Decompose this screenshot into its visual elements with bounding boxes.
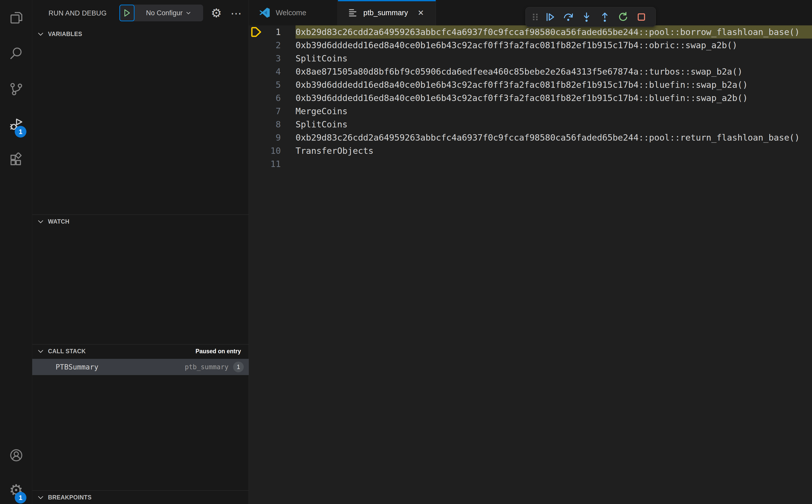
breakpoint-gutter[interactable] xyxy=(249,52,263,65)
breakpoint-gutter[interactable] xyxy=(249,131,263,144)
start-debug-button[interactable] xyxy=(119,5,135,21)
settings-badge: 1 xyxy=(15,492,26,503)
sidebar-item-extensions[interactable] xyxy=(0,145,32,175)
line-number: 2 xyxy=(263,39,281,52)
gutter-gap xyxy=(281,118,295,131)
close-icon[interactable]: ✕ xyxy=(418,8,424,17)
chevron-down-icon xyxy=(36,493,45,502)
config-dropdown-value: No Configur xyxy=(146,9,182,17)
line-text xyxy=(295,157,812,171)
gutter-gap xyxy=(281,144,295,157)
run-and-debug-sidebar: RUN AND DEBUG No Configur ⚙ ⋯ xyxy=(32,0,249,504)
editor-line[interactable]: 50xb39d6dddedd16ed8a40ce0b1e6b43c92acf0f… xyxy=(249,78,812,91)
chevron-down-icon xyxy=(36,30,45,38)
breakpoint-gutter[interactable] xyxy=(249,91,263,105)
line-text: SplitCoins xyxy=(295,52,812,65)
step-out-button[interactable] xyxy=(596,7,614,27)
editor-line[interactable]: 40x8ae871505a80d8bf6bf9c05906cda6edfeea4… xyxy=(249,65,812,78)
gutter-gap xyxy=(281,39,295,52)
editor-line[interactable]: 20xb39d6dddedd16ed8a40ce0b1e6b43c92acf0f… xyxy=(249,39,812,52)
editor-line[interactable]: 8SplitCoins xyxy=(249,118,812,131)
debug-toolbar xyxy=(525,7,656,27)
tab-ptb-summary[interactable]: ptb_summary ✕ xyxy=(338,0,436,25)
files-icon xyxy=(9,10,24,25)
editor-line[interactable]: 10TransferObjects xyxy=(249,144,812,157)
gutter-gap xyxy=(281,65,295,78)
sidebar-item-search[interactable] xyxy=(0,38,32,69)
code-editor: 10xb29d83c26cdd2a64959263abbcfc4a6937f0c… xyxy=(249,25,812,504)
breakpoints-section-header[interactable]: BREAKPOINTS xyxy=(32,491,248,504)
drag-dots-icon xyxy=(530,11,541,23)
breakpoint-gutter[interactable] xyxy=(249,105,263,118)
editor-area: Welcome ptb_summary ✕ 10xb29d83c26cdd2a6… xyxy=(249,0,812,504)
line-number: 7 xyxy=(263,105,281,118)
line-text: MergeCoins xyxy=(295,105,812,118)
file-lines-icon xyxy=(347,7,358,18)
frame-source: ptb_summary xyxy=(185,363,228,371)
gutter-gap xyxy=(281,105,295,118)
breakpoint-gutter[interactable] xyxy=(249,157,263,171)
line-number: 8 xyxy=(263,118,281,131)
activity-bar: 1 ⚙ 1 xyxy=(0,0,32,504)
chevron-down-icon xyxy=(36,347,45,356)
watch-section-header[interactable]: WATCH xyxy=(32,215,248,228)
breakpoint-gutter[interactable] xyxy=(249,78,263,91)
chevron-down-icon xyxy=(36,217,45,226)
more-actions-button[interactable]: ⋯ xyxy=(227,0,245,26)
variables-section-header[interactable]: VARIABLES xyxy=(32,27,248,41)
vscode-logo-icon xyxy=(259,7,270,18)
section-label: VARIABLES xyxy=(48,31,82,38)
call-stack-frame-row[interactable]: PTBSummary ptb_summary 1 xyxy=(32,359,249,375)
line-number: 6 xyxy=(263,91,281,105)
current-line-arrow-icon xyxy=(250,27,262,37)
section-label: WATCH xyxy=(48,218,70,225)
tab-label: ptb_summary xyxy=(363,9,408,17)
editor-line[interactable]: 3SplitCoins xyxy=(249,52,812,65)
breakpoint-gutter[interactable] xyxy=(249,25,263,39)
step-over-icon xyxy=(563,11,574,23)
step-over-button[interactable] xyxy=(559,7,577,27)
debug-config-dropdown[interactable]: No Configur xyxy=(119,5,203,21)
step-into-button[interactable] xyxy=(577,7,596,27)
watch-section: WATCH xyxy=(32,214,248,344)
settings-button[interactable]: ⚙ 1 xyxy=(0,475,32,504)
gear-icon: ⚙ xyxy=(211,7,222,19)
account-icon xyxy=(9,448,24,463)
line-number: 11 xyxy=(263,157,281,171)
editor-line[interactable]: 7MergeCoins xyxy=(249,105,812,118)
line-text: 0xb39d6dddedd16ed8a40ce0b1e6b43c92acf0ff… xyxy=(295,78,812,91)
breakpoint-gutter[interactable] xyxy=(249,118,263,131)
line-text: 0xb29d83c26cdd2a64959263abbcfc4a6937f0c9… xyxy=(295,131,812,144)
line-text: SplitCoins xyxy=(295,118,812,131)
line-number: 3 xyxy=(263,52,281,65)
editor-line[interactable]: 10xb29d83c26cdd2a64959263abbcfc4a6937f0c… xyxy=(249,25,812,39)
editor-line[interactable]: 90xb29d83c26cdd2a64959263abbcfc4a6937f0c… xyxy=(249,131,812,144)
sidebar-item-run-and-debug[interactable]: 1 xyxy=(0,109,32,140)
breakpoint-gutter[interactable] xyxy=(249,144,263,157)
sidebar-item-source-control[interactable] xyxy=(0,74,32,104)
breakpoint-gutter[interactable] xyxy=(249,39,263,52)
line-number: 5 xyxy=(263,78,281,91)
restart-button[interactable] xyxy=(614,7,632,27)
tab-welcome[interactable]: Welcome xyxy=(249,0,338,25)
debug-settings-button[interactable]: ⚙ xyxy=(207,0,225,26)
stop-icon xyxy=(636,11,647,23)
gutter-gap xyxy=(281,157,295,171)
gutter-gap xyxy=(281,78,295,91)
restart-icon xyxy=(617,11,629,23)
stop-button[interactable] xyxy=(632,7,651,27)
call-stack-section-header[interactable]: CALL STACK Paused on entry xyxy=(32,345,248,358)
sidebar-title: RUN AND DEBUG xyxy=(48,0,107,26)
editor-line[interactable]: 60xb39d6dddedd16ed8a40ce0b1e6b43c92acf0f… xyxy=(249,91,812,105)
paused-status-text: Paused on entry xyxy=(195,348,241,355)
continue-button[interactable] xyxy=(541,7,559,27)
account-button[interactable] xyxy=(0,440,32,471)
breakpoint-gutter[interactable] xyxy=(249,65,263,78)
sidebar-item-explorer[interactable] xyxy=(0,3,32,33)
editor-line[interactable]: 11 xyxy=(249,157,812,171)
frame-name: PTBSummary xyxy=(56,363,98,371)
toolbar-drag-handle[interactable] xyxy=(530,7,541,27)
step-into-icon xyxy=(581,11,592,23)
line-text: TransferObjects xyxy=(295,144,812,157)
source-control-icon xyxy=(9,81,24,96)
